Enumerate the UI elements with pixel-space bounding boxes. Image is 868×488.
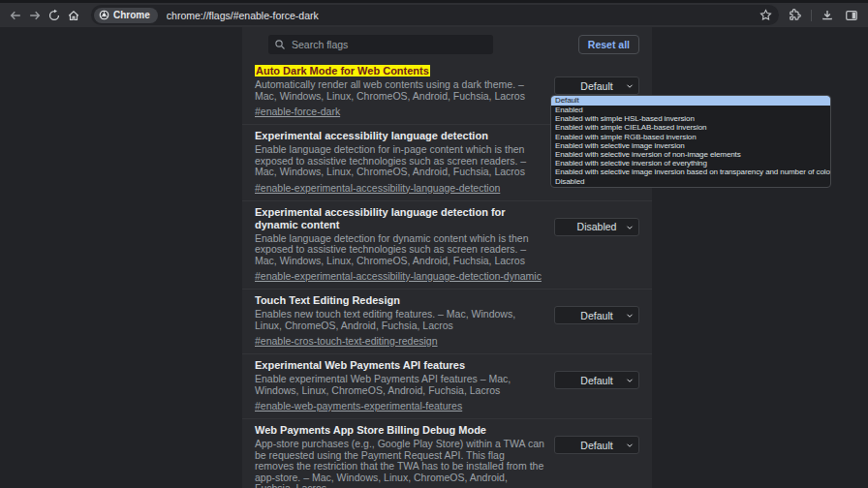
forward-button[interactable] — [25, 6, 45, 25]
toolbar-separator — [811, 10, 812, 21]
flag-description: Enable language detection for in-page co… — [255, 144, 544, 178]
browser-toolbar: Chrome chrome://flags/#enable-force-dark — [0, 3, 868, 27]
dropdown-option-cielab-inversion[interactable]: Enabled with simple CIELAB-based inversi… — [551, 123, 830, 132]
highlighted-flag-name: Auto Dark Mode for Web Contents — [255, 65, 430, 76]
flag-select-dropdown-popup: Default Enabled Enabled with simple HSL-… — [550, 95, 831, 188]
chrome-site-chip[interactable]: Chrome — [94, 8, 158, 23]
chevron-down-icon — [625, 81, 635, 91]
flag-text: Experimental Web Payments API features E… — [255, 359, 554, 413]
toolbar-actions — [787, 7, 860, 24]
flag-title: Experimental accessibility language dete… — [255, 206, 544, 231]
chevron-down-icon — [625, 223, 635, 232]
star-icon — [760, 9, 772, 21]
flag-select-auto-dark-mode[interactable]: Default — [554, 76, 639, 95]
flag-title: Touch Text Editing Redesign — [255, 294, 544, 307]
search-box — [268, 35, 493, 54]
flag-permalink[interactable]: #enable-experimental-accessibility-langu… — [255, 271, 542, 282]
flag-select-value: Default — [580, 375, 612, 386]
flag-description: App-store purchases (e.g., Google Play S… — [255, 439, 544, 488]
reload-icon — [47, 9, 61, 22]
flag-control: Default — [554, 294, 639, 349]
flag-control: Disabled — [554, 206, 639, 285]
flag-description: Automatically render all web contents us… — [255, 79, 544, 102]
downloads-button[interactable] — [819, 7, 836, 24]
address-bar[interactable]: Chrome chrome://flags/#enable-force-dark — [91, 5, 779, 25]
flag-select-store-billing-debug[interactable]: Default — [554, 436, 639, 454]
chevron-down-icon — [625, 311, 635, 320]
forward-arrow-icon — [28, 9, 42, 22]
dropdown-option-selective-everything[interactable]: Enabled with selective inversion of ever… — [551, 159, 830, 168]
back-arrow-icon — [9, 9, 22, 22]
flag-permalink[interactable]: #enable-experimental-accessibility-langu… — [255, 183, 500, 194]
flag-select-accessibility-dynamic[interactable]: Disabled — [554, 218, 639, 236]
home-button[interactable] — [64, 6, 83, 25]
dropdown-option-selective-non-image[interactable]: Enabled with selective inversion of non-… — [551, 150, 830, 159]
dropdown-option-transparency-colors[interactable]: Enabled with selective image inversion b… — [551, 168, 830, 176]
extensions-button[interactable] — [787, 7, 804, 24]
flag-select-touch-text-editing[interactable]: Default — [554, 306, 639, 324]
flag-title: Experimental Web Payments API features — [255, 359, 544, 372]
side-panel-icon — [845, 9, 858, 22]
flag-text: Web Payments App Store Billing Debug Mod… — [255, 424, 554, 488]
flag-text: Experimental accessibility language dete… — [255, 206, 554, 285]
page-content: Reset all Auto Dark Mode for Web Content… — [0, 27, 868, 488]
flag-select-value: Disabled — [577, 221, 617, 232]
flag-select-value: Default — [580, 310, 612, 321]
reload-button[interactable] — [45, 6, 64, 25]
dropdown-option-default[interactable]: Default — [551, 96, 830, 106]
flag-permalink[interactable]: #enable-cros-touch-text-editing-redesign — [255, 336, 438, 347]
home-icon — [67, 9, 80, 22]
flag-title: Auto Dark Mode for Web Contents — [255, 65, 544, 77]
back-button[interactable] — [6, 6, 25, 25]
flag-text: Experimental accessibility language dete… — [255, 130, 554, 196]
bookmark-button[interactable] — [757, 7, 774, 24]
chrome-logo-icon — [99, 10, 109, 20]
flag-description: Enables new touch text editing features.… — [255, 309, 544, 331]
chevron-down-icon — [625, 376, 635, 385]
search-icon — [274, 39, 286, 50]
flag-select-web-payments-api[interactable]: Default — [554, 371, 639, 389]
download-icon — [821, 9, 834, 22]
flag-description: Enable experimental Web Payments API fea… — [255, 374, 544, 396]
flag-text: Touch Text Editing Redesign Enables new … — [255, 294, 554, 349]
search-flags-input[interactable] — [268, 35, 493, 54]
flag-row-store-billing-debug: Web Payments App Store Billing Debug Mod… — [242, 419, 652, 488]
flag-description: Enable language detection for dynamic co… — [255, 233, 544, 267]
flag-control: Default — [554, 359, 639, 413]
flag-row-web-payments-api: Experimental Web Payments API features E… — [242, 354, 652, 419]
dropdown-option-rgb-inversion[interactable]: Enabled with simple RGB-based inversion — [551, 133, 830, 141]
side-panel-button[interactable] — [843, 7, 860, 24]
flag-text: Auto Dark Mode for Web Contents Automati… — [255, 65, 554, 119]
dropdown-option-enabled[interactable]: Enabled — [551, 106, 830, 114]
chevron-down-icon — [625, 441, 635, 450]
url-text: chrome://flags/#enable-force-dark — [167, 10, 757, 21]
flag-row-touch-text-editing: Touch Text Editing Redesign Enables new … — [242, 290, 652, 354]
flag-permalink[interactable]: #enable-web-payments-experimental-featur… — [255, 401, 462, 412]
dropdown-option-hsl-inversion[interactable]: Enabled with simple HSL-based inversion — [551, 114, 830, 123]
flag-title: Experimental accessibility language dete… — [255, 130, 544, 142]
flag-select-value: Default — [580, 80, 612, 92]
dropdown-option-disabled[interactable]: Disabled — [551, 177, 830, 186]
dropdown-option-selective-image-inversion[interactable]: Enabled with selective image inversion — [551, 141, 830, 150]
reset-all-button[interactable]: Reset all — [578, 35, 639, 54]
flag-row-accessibility-language-detection-dynamic: Experimental accessibility language dete… — [242, 201, 652, 290]
flag-select-value: Default — [580, 440, 612, 451]
flag-permalink[interactable]: #enable-force-dark — [255, 107, 340, 117]
extensions-puzzle-icon — [789, 9, 802, 22]
chrome-badge-label: Chrome — [113, 10, 150, 20]
flag-title: Web Payments App Store Billing Debug Mod… — [255, 424, 544, 437]
search-row: Reset all — [242, 27, 652, 60]
flag-control: Default — [554, 424, 639, 488]
